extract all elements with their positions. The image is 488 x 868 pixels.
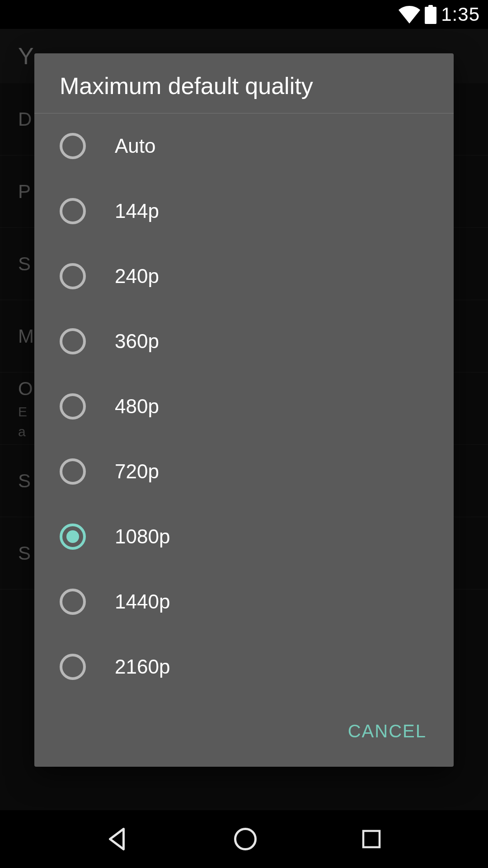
status-clock: 1:35 bbox=[441, 4, 480, 25]
radio-icon bbox=[60, 198, 86, 224]
quality-option-480p[interactable]: 480p bbox=[34, 374, 454, 439]
option-label: 720p bbox=[115, 460, 159, 483]
svg-rect-0 bbox=[425, 7, 436, 24]
status-bar: 1:35 bbox=[0, 0, 488, 29]
quality-option-auto[interactable]: Auto bbox=[34, 113, 454, 179]
radio-icon bbox=[60, 263, 86, 289]
home-button[interactable] bbox=[232, 826, 259, 853]
radio-icon bbox=[60, 328, 86, 354]
quality-option-1080p[interactable]: 1080p bbox=[34, 504, 454, 569]
radio-icon bbox=[60, 654, 86, 680]
svg-rect-3 bbox=[363, 831, 380, 847]
option-label: 360p bbox=[115, 330, 159, 353]
battery-icon bbox=[425, 5, 436, 24]
option-label: 1440p bbox=[115, 590, 170, 613]
quality-option-240p[interactable]: 240p bbox=[34, 244, 454, 309]
radio-icon bbox=[60, 133, 86, 159]
option-label: 1080p bbox=[115, 525, 170, 548]
radio-icon bbox=[60, 458, 86, 485]
option-label: 144p bbox=[115, 200, 159, 222]
option-label: 240p bbox=[115, 265, 159, 288]
cancel-button[interactable]: CANCEL bbox=[337, 714, 437, 749]
radio-icon bbox=[60, 393, 86, 420]
svg-rect-1 bbox=[428, 5, 433, 8]
recent-apps-button[interactable] bbox=[359, 827, 384, 851]
quality-options-list: Auto 144p 240p 360p 480p 720p 1080p bbox=[34, 113, 454, 699]
wifi-icon bbox=[399, 5, 420, 24]
navigation-bar bbox=[0, 810, 488, 868]
quality-option-1440p[interactable]: 1440p bbox=[34, 569, 454, 634]
dialog-title: Maximum default quality bbox=[34, 53, 454, 113]
quality-option-360p[interactable]: 360p bbox=[34, 309, 454, 374]
quality-dialog: Maximum default quality Auto 144p 240p 3… bbox=[34, 53, 454, 767]
radio-icon-selected bbox=[60, 524, 86, 550]
quality-option-720p[interactable]: 720p bbox=[34, 439, 454, 504]
option-label: 480p bbox=[115, 395, 159, 418]
svg-point-2 bbox=[235, 829, 256, 849]
quality-option-2160p[interactable]: 2160p bbox=[34, 634, 454, 699]
dialog-actions: CANCEL bbox=[34, 699, 454, 767]
quality-option-144p[interactable]: 144p bbox=[34, 179, 454, 244]
back-button[interactable] bbox=[104, 826, 131, 853]
option-label: 2160p bbox=[115, 656, 170, 678]
option-label: Auto bbox=[115, 135, 156, 157]
radio-icon bbox=[60, 589, 86, 615]
